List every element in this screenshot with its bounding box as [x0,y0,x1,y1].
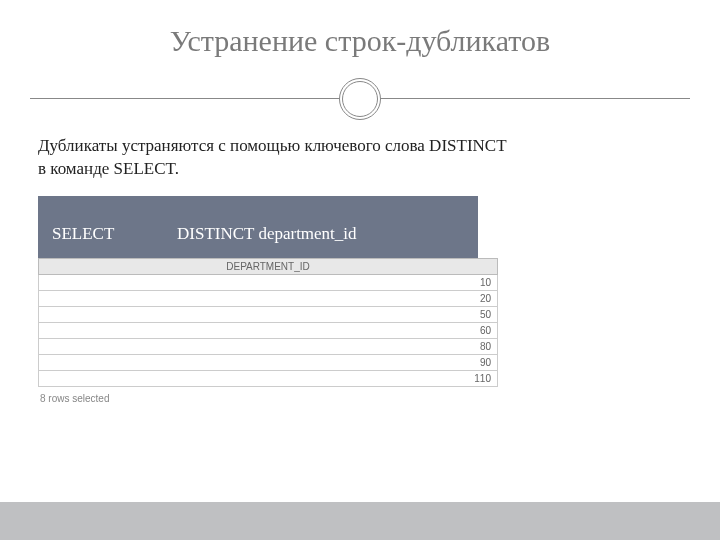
cell: 50 [39,307,498,323]
cell: 90 [39,355,498,371]
cell: 60 [39,323,498,339]
sql-distinct: DISTINCT department_id [177,224,357,243]
footer-bar [0,502,720,540]
result-output: DEPARTMENT_ID 10 20 50 60 80 90 110 8 ro… [38,258,498,406]
page-title: Устранение строк-дубликатов [0,0,720,58]
table-header-row: DEPARTMENT_ID [39,259,498,275]
cell: 80 [39,339,498,355]
circle-ornament-icon [339,78,381,120]
result-table: DEPARTMENT_ID 10 20 50 60 80 90 110 [38,258,498,387]
cell: 20 [39,291,498,307]
table-row: 110 [39,371,498,387]
table-row: 20 [39,291,498,307]
table-row: 50 [39,307,498,323]
column-header: DEPARTMENT_ID [39,259,498,275]
cell: 110 [39,371,498,387]
sql-select: SELECT [52,224,114,243]
body-text: Дубликаты устраняются с помощью ключевог… [38,135,682,181]
body-line-2: в команде SELECT. [38,159,179,178]
table-row: 80 [39,339,498,355]
table-row: 10 [39,275,498,291]
body-line-1: Дубликаты устраняются с помощью ключевог… [38,136,507,155]
table-row: 90 [39,355,498,371]
slide: Устранение строк-дубликатов Дубликаты ус… [0,0,720,540]
rows-selected-label: 8 rows selected [38,387,498,406]
cell: 10 [39,275,498,291]
table-row: 60 [39,323,498,339]
